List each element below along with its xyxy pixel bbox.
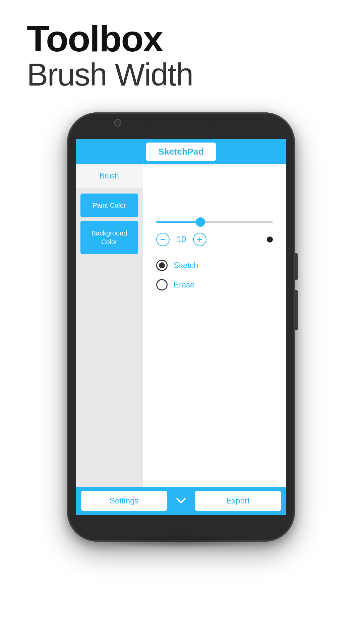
page-subtitle: Brush Width: [27, 57, 335, 92]
increase-brush-button[interactable]: +: [193, 233, 206, 246]
export-button[interactable]: Export: [195, 491, 281, 511]
radio-item-sketch[interactable]: Sketch: [156, 260, 273, 271]
settings-button[interactable]: Settings: [81, 491, 167, 511]
brush-width-slider-section: [153, 221, 276, 223]
chevron-down-button[interactable]: [171, 492, 191, 509]
main-panel: − 10 +: [143, 164, 286, 487]
phone-shell: SketchPad Brush Paint Color Background C…: [67, 112, 295, 542]
phone-side-button-1: [295, 253, 298, 280]
page-title: Toolbox: [27, 20, 335, 57]
radio-item-erase[interactable]: Erase: [156, 279, 273, 290]
sidebar-paint-color-button[interactable]: Paint Color: [80, 194, 138, 217]
slider-fill: [156, 221, 200, 223]
sidebar-background-color-button[interactable]: Background Color: [80, 221, 138, 254]
slider-track[interactable]: [156, 221, 273, 223]
app-header: SketchPad: [76, 139, 286, 164]
phone-shadow: [97, 535, 265, 548]
app-content: Brush Paint Color Background Color: [76, 164, 286, 487]
phone-side-button-2: [295, 290, 298, 330]
plus-icon: +: [197, 235, 202, 244]
slider-thumb[interactable]: [196, 217, 205, 227]
brush-size-preview: [267, 236, 273, 243]
radio-outer-erase: [156, 279, 168, 290]
phone-notch: [147, 121, 215, 127]
radio-inner-sketch: [159, 262, 165, 268]
app-title-tab[interactable]: SketchPad: [146, 143, 216, 161]
sidebar-item-brush[interactable]: Brush: [76, 164, 143, 188]
radio-label-sketch: Sketch: [174, 261, 198, 270]
mode-radio-section: Sketch Erase: [153, 260, 276, 290]
brush-size-controls: − 10 +: [153, 233, 276, 246]
radio-label-erase: Erase: [174, 280, 195, 289]
app-bottom-bar: Settings Export: [76, 487, 286, 515]
brush-value-display: 10: [176, 234, 186, 245]
radio-outer-sketch: [156, 260, 168, 271]
sidebar: Brush Paint Color Background Color: [76, 164, 143, 487]
page-header: Toolbox Brush Width: [0, 0, 362, 106]
minus-icon: −: [160, 235, 166, 244]
decrease-brush-button[interactable]: −: [156, 233, 170, 246]
phone-screen: SketchPad Brush Paint Color Background C…: [76, 139, 286, 515]
phone-device: SketchPad Brush Paint Color Background C…: [67, 112, 295, 542]
front-camera: [114, 119, 121, 126]
